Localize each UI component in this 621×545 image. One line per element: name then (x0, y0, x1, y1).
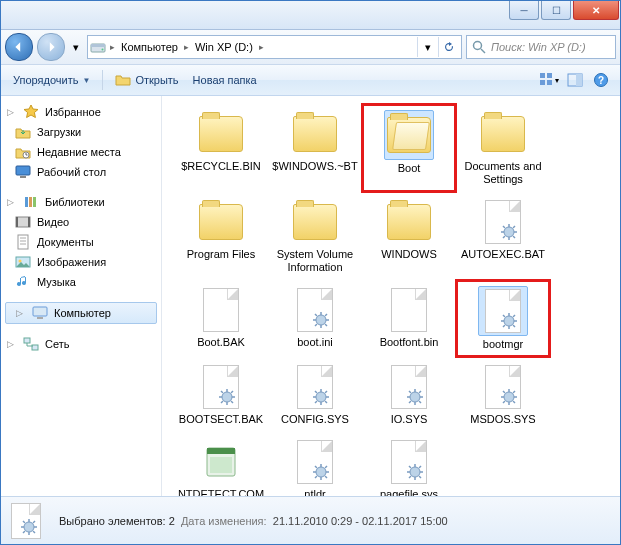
maximize-button[interactable]: ☐ (541, 1, 571, 20)
file-item[interactable]: WINDOWS (362, 192, 456, 280)
file-label: System Volume Information (270, 248, 360, 274)
file-icon (385, 438, 433, 486)
breadcrumb-drive[interactable]: Win XP (D:) (193, 41, 255, 53)
svg-line-123 (23, 531, 25, 533)
folder-icon (384, 110, 434, 160)
minimize-button[interactable]: ─ (509, 1, 539, 20)
file-icon (291, 438, 339, 486)
svg-line-115 (419, 466, 421, 468)
search-placeholder: Поиск: Win XP (D:) (491, 41, 586, 53)
sidebar-item-downloads[interactable]: Загрузки (1, 122, 161, 142)
chevron-right-icon[interactable]: ▸ (257, 42, 266, 52)
svg-line-93 (503, 401, 505, 403)
sidebar-computer[interactable]: ▷Компьютер (5, 302, 157, 324)
pictures-icon (15, 254, 31, 270)
file-label: Documents and Settings (458, 160, 548, 186)
svg-point-2 (102, 49, 104, 51)
svg-rect-29 (37, 317, 43, 319)
sidebar-item-recent[interactable]: Недавние места (1, 142, 161, 162)
organize-button[interactable]: Упорядочить▼ (9, 72, 94, 88)
nav-back-button[interactable] (5, 33, 33, 61)
file-list[interactable]: $RECYCLE.BIN$WINDOWS.~BTBootDocuments an… (162, 96, 620, 496)
svg-point-59 (222, 392, 232, 402)
svg-point-68 (316, 392, 326, 402)
help-button[interactable]: ? (590, 69, 612, 91)
file-item[interactable]: ntldr (268, 432, 362, 496)
svg-rect-6 (547, 73, 552, 78)
folder-icon (479, 110, 527, 158)
downloads-icon (15, 124, 31, 140)
file-item[interactable]: $WINDOWS.~BT (268, 104, 362, 192)
file-item[interactable]: IO.SYS (362, 357, 456, 432)
file-item[interactable]: Program Files (174, 192, 268, 280)
computer-icon (32, 305, 48, 321)
address-bar[interactable]: ▸ Компьютер ▸ Win XP (D:) ▸ ▾ (87, 35, 462, 59)
sidebar-favorites[interactable]: ▷Избранное (1, 102, 161, 122)
file-label: NTDETECT.COM (178, 488, 264, 496)
svg-rect-18 (33, 197, 36, 207)
svg-line-46 (315, 314, 317, 316)
search-input[interactable]: Поиск: Win XP (D:) (466, 35, 616, 59)
file-item[interactable]: NTDETECT.COM (174, 432, 268, 496)
svg-line-75 (315, 401, 317, 403)
file-icon (478, 286, 528, 336)
svg-rect-10 (576, 74, 582, 86)
file-item[interactable]: boot.ini (268, 280, 362, 357)
svg-line-56 (513, 325, 515, 327)
sidebar-item-music[interactable]: Музыка (1, 272, 161, 292)
svg-line-91 (503, 391, 505, 393)
view-options-button[interactable]: ▾ (538, 69, 560, 91)
nav-history-dropdown[interactable]: ▾ (69, 38, 83, 56)
file-item[interactable]: bootmgr (456, 280, 550, 357)
file-item[interactable]: $RECYCLE.BIN (174, 104, 268, 192)
nav-forward-button[interactable] (37, 33, 65, 61)
svg-line-58 (513, 315, 515, 317)
sidebar-item-pictures[interactable]: Изображения (1, 252, 161, 272)
file-item[interactable]: System Volume Information (268, 192, 362, 280)
file-item[interactable]: Bootfont.bin (362, 280, 456, 357)
svg-point-86 (504, 392, 514, 402)
file-item[interactable]: CONFIG.SYS (268, 357, 362, 432)
close-button[interactable]: ✕ (573, 1, 619, 20)
new-folder-button[interactable]: Новая папка (189, 72, 261, 88)
file-item[interactable]: Boot.BAK (174, 280, 268, 357)
folder-icon (197, 110, 245, 158)
search-icon (471, 39, 487, 55)
file-item[interactable]: Boot (362, 104, 456, 192)
sidebar-network[interactable]: ▷Сеть (1, 334, 161, 354)
svg-line-94 (513, 391, 515, 393)
file-item[interactable]: AUTOEXEC.BAT (456, 192, 550, 280)
svg-rect-5 (540, 73, 545, 78)
open-button[interactable]: Открыть (111, 70, 182, 90)
file-label: boot.ini (297, 336, 332, 349)
preview-pane-button[interactable] (564, 69, 586, 91)
file-item[interactable]: Documents and Settings (456, 104, 550, 192)
status-bar: Выбрано элементов: 2 Дата изменения: 21.… (1, 496, 620, 544)
file-item[interactable]: BOOTSECT.BAK (174, 357, 268, 432)
svg-line-67 (231, 391, 233, 393)
svg-point-27 (19, 260, 22, 263)
svg-rect-21 (28, 217, 30, 227)
file-item[interactable]: pagefile.sys (362, 432, 456, 496)
svg-line-92 (513, 401, 515, 403)
svg-line-84 (409, 401, 411, 403)
sidebar-item-videos[interactable]: Видео (1, 212, 161, 232)
sidebar-item-desktop[interactable]: Рабочий стол (1, 162, 161, 182)
sidebar-item-documents[interactable]: Документы (1, 232, 161, 252)
svg-line-124 (33, 521, 35, 523)
file-icon (197, 438, 245, 486)
file-label: pagefile.sys (380, 488, 438, 496)
chevron-right-icon[interactable]: ▸ (108, 42, 117, 52)
sidebar-libraries[interactable]: ▷Библиотеки (1, 192, 161, 212)
explorer-window: ─ ☐ ✕ ▾ ▸ Компьютер ▸ Win XP (D:) ▸ ▾ По… (0, 0, 621, 545)
svg-point-41 (316, 315, 326, 325)
file-icon (479, 363, 527, 411)
chevron-right-icon[interactable]: ▸ (182, 42, 191, 52)
svg-rect-20 (16, 217, 18, 227)
titlebar: ─ ☐ ✕ (1, 1, 620, 30)
breadcrumb-computer[interactable]: Компьютер (119, 41, 180, 53)
svg-point-32 (504, 227, 514, 237)
file-item[interactable]: MSDOS.SYS (456, 357, 550, 432)
address-dropdown-button[interactable]: ▾ (417, 37, 438, 57)
refresh-button[interactable] (438, 37, 459, 57)
